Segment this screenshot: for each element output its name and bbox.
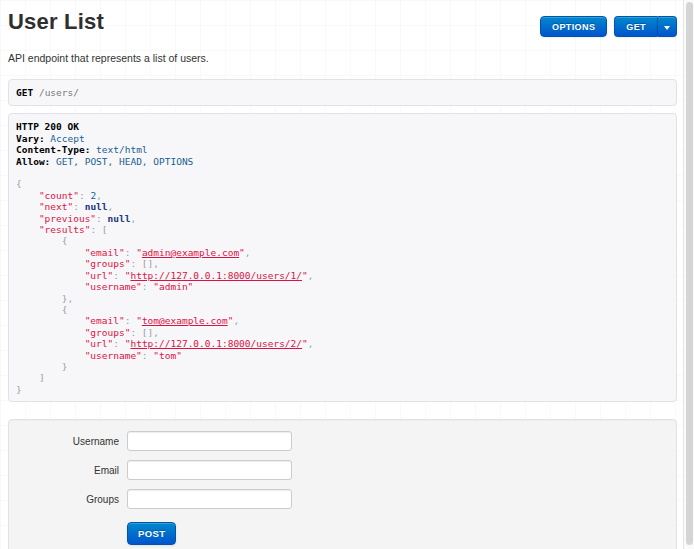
form-row-email: Email [9, 460, 676, 480]
json-token: : [96, 213, 107, 224]
json-token [16, 190, 39, 201]
json-token: "results" [39, 224, 90, 235]
json-token [16, 235, 62, 246]
username-input[interactable] [127, 431, 292, 451]
api-page: User List OPTIONS GET API endpoint that … [8, 0, 677, 549]
response-body: { "count": 2, "next": null, "previous": … [16, 178, 669, 395]
json-token [16, 258, 85, 269]
json-token: : [ [90, 224, 107, 235]
response-header-content-type: Content-Type: text/html [16, 144, 669, 155]
json-token [16, 281, 85, 292]
post-button[interactable]: POST [127, 522, 176, 545]
request-line-panel: GET /users/ [8, 79, 677, 106]
endpoint-description: API endpoint that represents a list of u… [8, 52, 677, 64]
json-token [16, 315, 85, 326]
header-value: Accept [50, 133, 84, 144]
email-label: Email [9, 465, 119, 476]
json-token: : [125, 247, 136, 258]
header-value: text/html [96, 144, 147, 155]
json-token: } [62, 361, 68, 372]
json-token: : [113, 270, 124, 281]
header-name: Content-Type: [16, 144, 90, 155]
json-token: }, [62, 293, 73, 304]
json-token: { [62, 304, 68, 315]
get-dropdown-toggle[interactable] [657, 16, 677, 37]
form-row-username: Username [9, 431, 676, 451]
username-label: Username [9, 436, 119, 447]
json-link[interactable]: http://127.0.0.1:8000/users/1/ [130, 270, 302, 281]
json-token: "username" [85, 281, 142, 292]
page-header: User List OPTIONS GET [8, 8, 677, 35]
json-token: : [125, 315, 136, 326]
json-token: "previous" [39, 213, 96, 224]
json-token: { [62, 235, 68, 246]
json-token: , [96, 190, 102, 201]
json-token: "email" [85, 315, 125, 326]
json-link[interactable]: http://127.0.0.1:8000/users/2/ [130, 338, 302, 349]
json-token: "groups" [85, 327, 131, 338]
json-token: , [108, 201, 114, 212]
json-token: : [113, 338, 124, 349]
groups-input[interactable] [127, 489, 292, 509]
groups-label: Groups [9, 494, 119, 505]
response-header-allow: Allow: GET, POST, HEAD, OPTIONS [16, 156, 669, 167]
json-token: , [130, 213, 136, 224]
json-token [16, 327, 85, 338]
response-status-line: HTTP 200 OK [16, 121, 669, 132]
json-token: : [142, 281, 153, 292]
post-form-panel: Username Email Groups POST [8, 419, 677, 549]
json-token [16, 361, 62, 372]
form-row-groups: Groups [9, 489, 676, 509]
json-token [16, 201, 39, 212]
email-input[interactable] [127, 460, 292, 480]
json-token: : [], [130, 327, 159, 338]
status-text: HTTP 200 OK [16, 121, 79, 132]
json-token [16, 372, 39, 383]
scrollbar-thumb[interactable] [686, 2, 693, 545]
json-token: "email" [85, 247, 125, 258]
get-button-group: GET [614, 16, 677, 37]
json-token: : [142, 350, 153, 361]
json-token: null [85, 201, 108, 212]
json-token: ] [39, 372, 45, 383]
response-header-vary: Vary: Accept [16, 133, 669, 144]
get-button[interactable]: GET [614, 16, 657, 37]
json-token: "admin" [153, 281, 193, 292]
json-link[interactable]: admin@example.com [142, 247, 239, 258]
json-token: "tom" [153, 350, 182, 361]
json-token: : [79, 190, 90, 201]
json-token [16, 293, 62, 304]
json-token: , [308, 270, 314, 281]
json-token [16, 247, 85, 258]
json-token [16, 304, 62, 315]
json-token: null [108, 213, 131, 224]
toolbar: OPTIONS GET [540, 16, 677, 37]
json-token: : [], [130, 258, 159, 269]
json-token [16, 350, 85, 361]
json-token: "next" [39, 201, 73, 212]
json-token: : [73, 201, 84, 212]
json-token: } [16, 384, 22, 395]
json-token: , [233, 315, 239, 326]
header-name: Vary: [16, 133, 45, 144]
json-token: "url" [85, 338, 114, 349]
options-button[interactable]: OPTIONS [540, 16, 607, 37]
request-path: /users/ [39, 87, 79, 98]
blank-line [16, 167, 669, 178]
json-token: , [245, 247, 251, 258]
json-token [16, 224, 39, 235]
json-token: "username" [85, 350, 142, 361]
json-token: { [16, 178, 22, 189]
form-actions: POST [127, 522, 676, 545]
header-value: GET, POST, HEAD, OPTIONS [56, 156, 193, 167]
json-token: "url" [85, 270, 114, 281]
caret-down-icon [664, 26, 670, 30]
response-panel: HTTP 200 OKVary: AcceptContent-Type: tex… [8, 113, 677, 402]
json-token: "groups" [85, 258, 131, 269]
scrollbar-track[interactable] [683, 0, 694, 549]
header-name: Allow: [16, 156, 50, 167]
json-token: "count" [39, 190, 79, 201]
request-method: GET [16, 87, 33, 98]
json-link[interactable]: tom@example.com [142, 315, 228, 326]
json-token: , [308, 338, 314, 349]
